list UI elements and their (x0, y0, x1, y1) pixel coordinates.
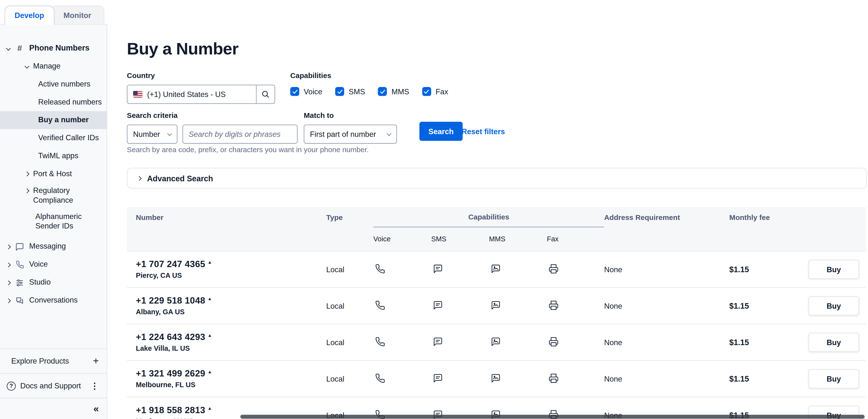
fax-icon (547, 263, 604, 275)
triangle-icon: ▲ (207, 333, 212, 338)
chevron-down-icon (25, 64, 29, 69)
chevron-right-icon (6, 280, 11, 285)
buy-button[interactable]: Buy (808, 333, 859, 352)
address-requirement: None (604, 301, 730, 310)
number-location: Lake Villa, IL US (136, 345, 326, 352)
search-criteria-label: Search criteria (127, 111, 298, 120)
mms-icon (489, 336, 547, 348)
subheader-voice: Voice (373, 235, 431, 243)
us-flag-icon (133, 91, 143, 98)
match-to-label: Match to (304, 111, 397, 120)
country-value: (+1) United States - US (147, 90, 252, 99)
sidebar-item-twiml-apps[interactable]: TwiML apps (0, 147, 107, 165)
sidebar-item-conversations[interactable]: Conversations (0, 292, 107, 310)
sms-icon (431, 336, 489, 348)
table-row: +1 321 499 2629▲ Melbourne, FL US Local … (127, 361, 866, 397)
monthly-fee: $1.15 (730, 301, 809, 310)
plus-icon[interactable]: + (93, 355, 99, 367)
sidebar-item-released-numbers[interactable]: Released numbers (0, 93, 107, 111)
chevron-right-icon (25, 171, 29, 176)
conversations-icon (14, 295, 25, 306)
search-icon (261, 90, 270, 99)
number-type: Local (326, 301, 373, 310)
sidebar-item-messaging[interactable]: Messaging (0, 238, 107, 256)
number-location: Albany, GA US (136, 308, 326, 316)
voice-icon (373, 373, 431, 385)
sidebar: # Phone Numbers Manage Active numbers Re… (0, 25, 107, 419)
sidebar-item-active-numbers[interactable]: Active numbers (0, 75, 107, 93)
collapse-sidebar-icon[interactable]: « (94, 403, 99, 414)
phone-number-cell: +1 229 518 1048▲ Albany, GA US (127, 296, 326, 316)
match-to-select[interactable]: First part of number (304, 125, 397, 144)
sidebar-nav: # Phone Numbers Manage Active numbers Re… (0, 25, 107, 310)
capability-checkbox-voice[interactable]: Voice (290, 87, 322, 96)
sidebar-item-studio[interactable]: Studio (0, 273, 107, 292)
chevron-right-icon (6, 244, 11, 249)
docs-and-support-button[interactable]: ? Docs and Support ⋮ (0, 373, 107, 398)
main-content: Buy a Number Country (+1) United States … (107, 0, 868, 419)
sidebar-collapse-row: « (0, 398, 107, 419)
search-digits-input[interactable] (182, 125, 297, 144)
sidebar-item-port-and-host[interactable]: Port & Host (0, 165, 107, 183)
advanced-search-toggle[interactable]: Advanced Search (127, 168, 867, 188)
hash-icon: # (14, 43, 25, 54)
country-search-button[interactable] (256, 85, 275, 103)
phone-number-cell: +1 224 643 4293▲ Lake Villa, IL US (127, 332, 326, 352)
monthly-fee: $1.15 (730, 265, 809, 274)
triangle-icon: ▲ (207, 296, 212, 301)
checkbox-checked-icon[interactable] (335, 87, 344, 96)
tab-monitor[interactable]: Monitor (51, 6, 104, 24)
fax-icon (547, 373, 604, 385)
checkbox-checked-icon[interactable] (290, 87, 299, 96)
column-header-number: Number (127, 213, 326, 221)
chevron-right-icon (25, 188, 29, 193)
chevron-down-icon (167, 131, 172, 136)
buy-button[interactable]: Buy (808, 369, 859, 388)
buy-button[interactable]: Buy (808, 296, 859, 316)
sidebar-item-regulatory-compliance[interactable]: Regulatory Compliance (0, 183, 107, 209)
capability-checkbox-fax[interactable]: Fax (422, 87, 448, 96)
country-select[interactable]: (+1) United States - US (127, 85, 275, 104)
sidebar-item-verified-caller-ids[interactable]: Verified Caller IDs (0, 129, 107, 147)
subheader-mms: MMS (489, 235, 547, 243)
sidebar-item-buy-a-number[interactable]: Buy a number (0, 111, 107, 129)
messaging-icon (14, 241, 25, 252)
subheader-fax: Fax (547, 235, 604, 243)
triangle-icon: ▲ (207, 260, 212, 265)
search-button[interactable]: Search (420, 122, 463, 141)
criteria-select[interactable]: Number (127, 125, 178, 144)
sidebar-footer: Explore Products + ? Docs and Support ⋮ … (0, 349, 107, 419)
sidebar-item-alphanumeric-sender-ids[interactable]: Alphanumeric Sender IDs (0, 208, 107, 234)
buy-button[interactable]: Buy (808, 260, 859, 279)
tab-develop[interactable]: Develop (4, 6, 54, 25)
results-table: Number Type Capabilities Address Require… (127, 207, 866, 419)
kebab-menu-icon[interactable]: ⋮ (90, 381, 99, 391)
table-row: +1 229 518 1048▲ Albany, GA US Local Non… (127, 288, 866, 324)
explore-products-button[interactable]: Explore Products + (0, 349, 107, 373)
number-type: Local (326, 375, 373, 383)
capability-checkbox-sms[interactable]: SMS (335, 87, 365, 96)
mms-icon (489, 373, 547, 385)
fax-icon (547, 336, 604, 348)
checkbox-checked-icon[interactable] (378, 87, 387, 96)
sms-icon (431, 300, 489, 312)
checkbox-checked-icon[interactable] (422, 87, 431, 96)
table-row: +1 707 247 4365▲ Piercy, CA US Local Non… (127, 252, 866, 288)
address-requirement: None (604, 338, 730, 347)
reset-filters-link[interactable]: Reset filters (462, 127, 505, 136)
sms-icon (431, 263, 489, 275)
column-header-capabilities: Capabilities (373, 207, 604, 227)
horizontal-scrollbar[interactable] (240, 415, 865, 419)
sidebar-item-voice[interactable]: Voice (0, 256, 107, 273)
question-icon: ? (7, 381, 16, 390)
chevron-right-icon (6, 262, 11, 267)
sidebar-item-manage[interactable]: Manage (0, 57, 107, 75)
phone-number-cell: +1 321 499 2629▲ Melbourne, FL US (127, 369, 326, 389)
sidebar-item-phone-numbers[interactable]: # Phone Numbers (0, 39, 107, 57)
chevron-right-icon (137, 176, 142, 181)
capability-checkbox-mms[interactable]: MMS (378, 87, 409, 96)
triangle-icon: ▲ (207, 406, 212, 411)
number-location: Melbourne, FL US (136, 381, 326, 389)
mms-icon (489, 300, 547, 312)
sms-icon (431, 373, 489, 385)
